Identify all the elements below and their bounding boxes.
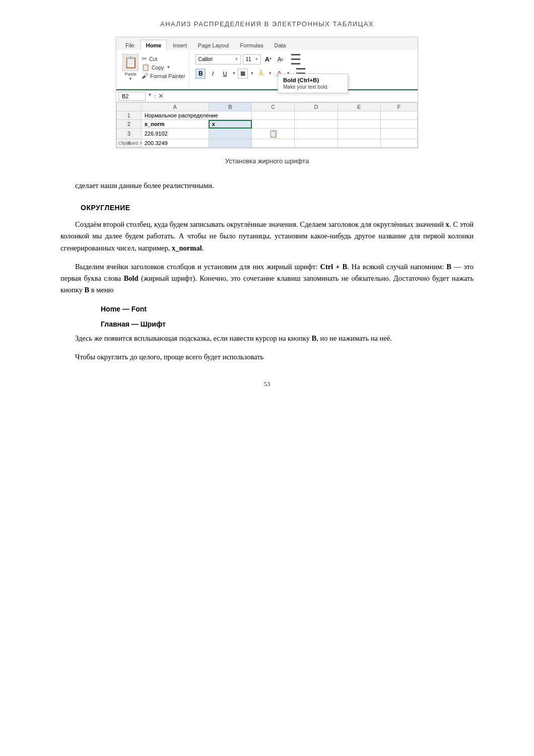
paragraph-3: Здесь же появится всплывающая подсказка,…	[60, 333, 474, 344]
cell-c1[interactable]	[252, 111, 295, 120]
colon-icon: :	[154, 92, 156, 100]
cell-e1[interactable]	[338, 111, 380, 120]
border-button[interactable]: ▦	[238, 69, 248, 79]
close-icon[interactable]: ✕	[158, 92, 164, 100]
glavnaya-shrift-line: Главная — Шрифт	[101, 318, 474, 331]
ribbon-body: 📋 Paste ▼ ✂ Cut 📋 Copy ▼	[116, 50, 418, 90]
cell-d1[interactable]	[295, 111, 338, 120]
format-painter-label: Format Painter	[150, 73, 185, 79]
row-num-1: 1	[117, 111, 142, 120]
cell-a2[interactable]: x_norm	[141, 120, 209, 129]
tab-insert[interactable]: Insert	[168, 40, 192, 50]
cell-b4[interactable]	[209, 139, 251, 148]
table-row: 1 Нормальное распределение	[117, 111, 418, 120]
cell-b3[interactable]	[209, 129, 251, 139]
table-row: 3 226.9102 📋	[117, 129, 418, 139]
cell-c2[interactable]	[252, 120, 295, 129]
cut-icon: ✂	[142, 55, 147, 62]
col-header-rownum	[117, 103, 142, 111]
cell-f2[interactable]	[380, 120, 417, 129]
copy-button[interactable]: 📋 Copy ▼	[142, 64, 185, 71]
paste-button[interactable]: 📋 Paste ▼	[122, 54, 139, 81]
tooltip-title: Bold (Ctrl+B)	[283, 77, 343, 83]
tab-file[interactable]: File	[120, 40, 140, 50]
cell-d4[interactable]	[295, 139, 338, 148]
formula-bar: B2 ▼ : ✕	[116, 91, 418, 102]
clipboard-group-label: Clipboard	[118, 141, 138, 146]
spreadsheet-grid: A B C D E F 1 Нормальное распределение 2…	[116, 102, 418, 148]
align-icon-4	[296, 68, 305, 70]
page-number: 53	[264, 380, 271, 388]
clipboard-group: 📋 Paste ▼ ✂ Cut 📋 Copy ▼	[120, 52, 189, 87]
cell-c4[interactable]	[252, 139, 295, 148]
col-header-a[interactable]: A	[141, 103, 209, 111]
underline-button[interactable]: U	[220, 69, 230, 79]
screenshot-caption: Установка жирного шрифта	[225, 157, 309, 165]
dropdown-arrow-icon[interactable]: ▼	[148, 92, 152, 100]
page-title: АНАЛИЗ РАСПРЕДЕЛЕНИЯ В ЭЛЕКТРОННЫХ ТАБЛИ…	[160, 20, 374, 28]
tab-formulas[interactable]: Formulas	[235, 40, 269, 50]
ribbon-tabs: File Home Insert Page Layout Formulas Da…	[116, 37, 418, 91]
copy-icon: 📋	[142, 64, 150, 71]
cell-reference[interactable]: B2	[118, 92, 146, 101]
paragraph-1: Создаём второй столбец, куда будем запис…	[60, 219, 474, 254]
cell-d3[interactable]	[295, 129, 338, 139]
cell-d2[interactable]	[295, 120, 338, 129]
tooltip-box: Bold (Ctrl+B) Make your text bold.	[278, 74, 348, 93]
cell-b2[interactable]: x	[209, 120, 251, 129]
font-size-select[interactable]: 11 ▼	[243, 54, 261, 65]
align-icon-2	[291, 58, 300, 60]
cell-f3[interactable]	[380, 129, 417, 139]
col-header-b[interactable]: B	[209, 103, 251, 111]
intro-paragraph: сделает наши данные более реалистичными.	[60, 180, 474, 192]
highlight-dropdown-icon[interactable]: ▼	[268, 71, 272, 76]
italic-button[interactable]: I	[208, 69, 218, 79]
tab-home[interactable]: Home	[141, 40, 167, 50]
copy-label: Copy	[152, 65, 164, 71]
cell-a3[interactable]: 226.9102	[141, 129, 209, 139]
excel-screenshot: File Home Insert Page Layout Formulas Da…	[116, 37, 418, 148]
format-painter-icon: 🖌	[142, 72, 148, 80]
cell-a4[interactable]: 200.3249	[141, 139, 209, 148]
font-name-select[interactable]: Calibri ▼	[195, 54, 241, 65]
main-content: сделает наши данные более реалистичными.…	[60, 180, 474, 370]
underline-dropdown-icon[interactable]: ▼	[232, 71, 236, 76]
cell-f1[interactable]	[380, 111, 417, 120]
tab-page-layout[interactable]: Page Layout	[193, 40, 234, 50]
cell-e3[interactable]	[338, 129, 380, 139]
cut-label: Cut	[149, 56, 157, 62]
cell-c3[interactable]: 📋	[252, 129, 295, 139]
col-header-d[interactable]: D	[295, 103, 338, 111]
home-font-line: Home — Font	[101, 303, 474, 316]
cell-a1[interactable]: Нормальное распределение	[141, 111, 251, 120]
align-icon-1	[291, 54, 300, 55]
col-header-f[interactable]: F	[380, 103, 417, 111]
table-row: 4 200.3249	[117, 139, 418, 148]
decrease-font-button[interactable]: Av	[275, 54, 285, 65]
highlight-button[interactable]: Ã	[256, 69, 266, 79]
col-header-e[interactable]: E	[338, 103, 380, 111]
section-title: ОКРУГЛЕНИЕ	[81, 204, 474, 212]
row-num-3: 3	[117, 129, 142, 139]
tooltip-desc: Make your text bold.	[283, 84, 343, 90]
tab-data[interactable]: Data	[269, 40, 291, 50]
cut-button[interactable]: ✂ Cut	[142, 55, 185, 62]
border-dropdown-icon[interactable]: ▼	[250, 71, 254, 76]
row-num-2: 2	[117, 120, 142, 129]
cell-e2[interactable]	[338, 120, 380, 129]
bold-button[interactable]: B	[195, 69, 206, 79]
align-icon-3	[291, 63, 300, 65]
paragraph-2: Выделим ячейки заголовков столбцов и уст…	[60, 261, 474, 296]
table-row: 2 x_norm x	[117, 120, 418, 129]
clipboard-expand-icon[interactable]: ↗	[139, 141, 143, 146]
format-painter-button[interactable]: 🖌 Format Painter	[142, 72, 185, 80]
col-header-c[interactable]: C	[252, 103, 295, 111]
cell-e4[interactable]	[338, 139, 380, 148]
paragraph-4: Чтобы округлить до целого, проще всего б…	[60, 351, 474, 363]
cell-f4[interactable]	[380, 139, 417, 148]
increase-font-button[interactable]: A^	[263, 54, 273, 65]
